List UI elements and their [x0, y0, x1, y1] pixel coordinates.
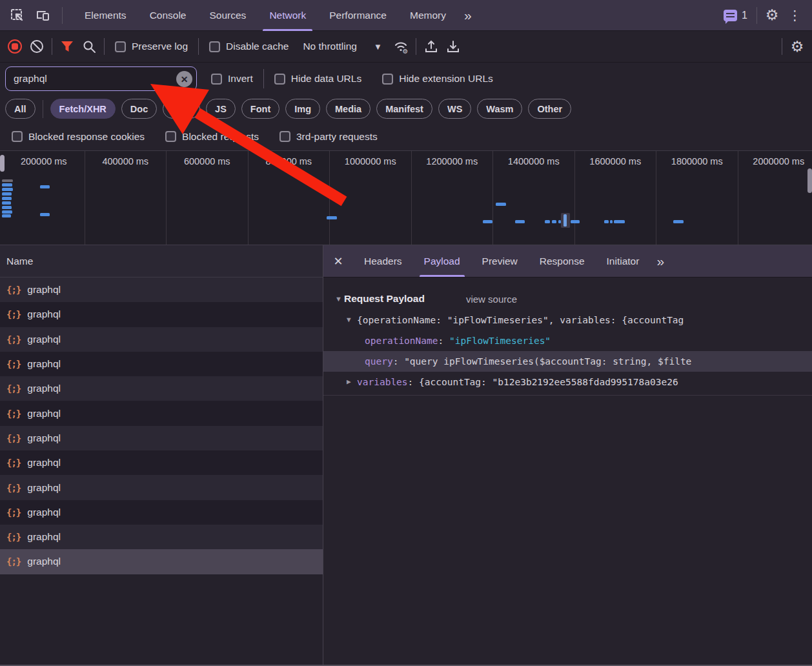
- waterfall-bar[interactable]: [40, 213, 50, 216]
- table-row[interactable]: {;}graphql: [0, 401, 323, 425]
- waterfall-bar[interactable]: [604, 220, 609, 223]
- network-conditions-icon[interactable]: ⚙: [390, 35, 412, 57]
- waterfall-bar[interactable]: [614, 220, 625, 223]
- waterfall-bar[interactable]: [2, 201, 11, 205]
- waterfall-bar[interactable]: [2, 192, 12, 196]
- waterfall-bar[interactable]: [571, 220, 580, 223]
- waterfall-bar[interactable]: [610, 220, 613, 223]
- waterfall-bar[interactable]: [483, 220, 492, 223]
- clear-network-log-icon[interactable]: [26, 35, 48, 57]
- waterfall-bar[interactable]: [2, 210, 12, 214]
- waterfall-bar[interactable]: [552, 220, 556, 223]
- tab-console[interactable]: Console: [138, 0, 198, 31]
- chip-fetch-xhr[interactable]: Fetch/XHR: [50, 99, 116, 119]
- blocked-requests-checkbox[interactable]: Blocked requests: [159, 131, 273, 143]
- table-row[interactable]: {;}graphql: [0, 376, 323, 401]
- more-details-tabs-icon[interactable]: »: [650, 254, 669, 269]
- tab-performance[interactable]: Performance: [318, 0, 398, 31]
- waterfall-bar[interactable]: [2, 214, 11, 217]
- chip-js[interactable]: JS: [206, 99, 236, 119]
- close-icon[interactable]: ✕: [323, 245, 353, 277]
- chip-font[interactable]: Font: [241, 99, 279, 119]
- details-tab-preview[interactable]: Preview: [471, 245, 529, 277]
- chip-all[interactable]: All: [5, 99, 36, 119]
- device-toolbar-icon[interactable]: [32, 5, 54, 26]
- chip-doc[interactable]: Doc: [121, 99, 157, 119]
- chip-img[interactable]: Img: [285, 99, 320, 119]
- chip-css[interactable]: CSS: [163, 99, 200, 119]
- hide-extension-urls-checkbox[interactable]: Hide extension URLs: [368, 73, 500, 85]
- search-icon[interactable]: [78, 35, 100, 57]
- waterfall-bar[interactable]: [2, 188, 13, 191]
- waterfall-bar[interactable]: [563, 214, 567, 227]
- payload-row-variables[interactable]: ▶variables: {accountTag: "b12e3b2192ee55…: [323, 372, 812, 392]
- hide-data-urls-checkbox[interactable]: Hide data URLs: [268, 73, 368, 85]
- settings-gear-icon[interactable]: ⚙: [761, 5, 783, 26]
- 3rd-party-requests-checkbox[interactable]: 3rd-party requests: [273, 131, 392, 143]
- waterfall-bar[interactable]: [545, 220, 550, 223]
- chip-manifest[interactable]: Manifest: [376, 99, 432, 119]
- throttling-dropdown[interactable]: No throttling ▼: [295, 41, 389, 52]
- waterfall-bar[interactable]: [673, 220, 684, 223]
- view-source-link[interactable]: view source: [466, 294, 517, 305]
- request-name: graphql: [27, 408, 61, 419]
- timeline-scroll-handle-left[interactable]: [0, 155, 5, 172]
- name-column-header[interactable]: Name: [0, 245, 323, 278]
- payload-preview-row[interactable]: ▼ {operationName: "ipFlowTimeseries", va…: [323, 310, 812, 330]
- chip-wasm[interactable]: Wasm: [477, 99, 522, 119]
- tab-sources[interactable]: Sources: [198, 0, 258, 31]
- expand-triangle-icon[interactable]: ▶: [347, 372, 357, 392]
- issues-count: 1: [742, 10, 747, 21]
- tab-network[interactable]: Network: [258, 0, 318, 31]
- table-row[interactable]: {;}graphql: [0, 525, 323, 549]
- table-row[interactable]: {;}graphql: [0, 475, 323, 500]
- table-row[interactable]: {;}graphql: [0, 500, 323, 525]
- tab-memory[interactable]: Memory: [398, 0, 458, 31]
- disable-cache-checkbox[interactable]: Disable cache: [203, 41, 295, 52]
- waterfall-bar[interactable]: [2, 206, 12, 209]
- details-tab-response[interactable]: Response: [529, 245, 596, 277]
- network-overview-timeline[interactable]: 200000 ms400000 ms600000 ms800000 ms1000…: [0, 150, 812, 245]
- invert-checkbox[interactable]: Invert: [197, 73, 259, 85]
- timeline-scroll-handle-right[interactable]: [807, 168, 812, 193]
- import-har-icon[interactable]: [420, 35, 442, 57]
- network-settings-gear-icon[interactable]: ⚙: [786, 35, 808, 57]
- table-row[interactable]: {;}graphql: [0, 450, 323, 475]
- waterfall-bar[interactable]: [40, 185, 50, 188]
- waterfall-bar[interactable]: [2, 179, 13, 182]
- table-row[interactable]: {;}graphql: [0, 302, 323, 327]
- preserve-log-checkbox[interactable]: Preserve log: [108, 41, 194, 52]
- table-row[interactable]: {;}graphql: [0, 327, 323, 352]
- inspect-element-icon[interactable]: [6, 5, 28, 26]
- json-braces-icon: {;}: [6, 285, 21, 295]
- filter-icon[interactable]: [56, 35, 78, 57]
- table-row[interactable]: {;}graphql: [0, 278, 323, 302]
- clear-filter-icon[interactable]: ✕: [176, 71, 192, 87]
- table-row[interactable]: {;}graphql: [0, 426, 323, 450]
- waterfall-bar[interactable]: [2, 183, 12, 187]
- chip-other[interactable]: Other: [528, 99, 571, 119]
- record-network-log-icon[interactable]: [4, 35, 26, 57]
- payload-row-operationname[interactable]: operationName: "ipFlowTimeseries": [323, 330, 812, 351]
- blocked-response-cookies-checkbox[interactable]: Blocked response cookies: [5, 131, 159, 143]
- issues-counter[interactable]: 1: [718, 10, 753, 21]
- more-options-icon[interactable]: ⋮: [783, 8, 807, 23]
- collapse-triangle-icon[interactable]: ▼: [347, 310, 357, 330]
- more-panels-icon[interactable]: »: [458, 8, 477, 23]
- details-tab-payload[interactable]: Payload: [413, 245, 471, 277]
- details-tab-initiator[interactable]: Initiator: [596, 245, 651, 277]
- table-row[interactable]: {;}graphql: [0, 352, 323, 376]
- waterfall-bar[interactable]: [2, 197, 12, 200]
- waterfall-bar[interactable]: [496, 203, 506, 206]
- waterfall-bar[interactable]: [327, 216, 337, 219]
- tab-elements[interactable]: Elements: [73, 0, 138, 31]
- chip-media[interactable]: Media: [326, 99, 370, 119]
- collapse-triangle-icon[interactable]: ▼: [335, 295, 344, 303]
- payload-row-query[interactable]: query: "query ipFlowTimeseries($accountT…: [323, 351, 812, 372]
- details-tab-headers[interactable]: Headers: [353, 245, 413, 277]
- export-har-icon[interactable]: [442, 35, 464, 57]
- waterfall-bar[interactable]: [515, 220, 525, 223]
- table-row[interactable]: {;}graphql: [0, 549, 323, 574]
- filter-input[interactable]: graphql ✕: [5, 66, 197, 91]
- chip-ws[interactable]: WS: [438, 99, 471, 119]
